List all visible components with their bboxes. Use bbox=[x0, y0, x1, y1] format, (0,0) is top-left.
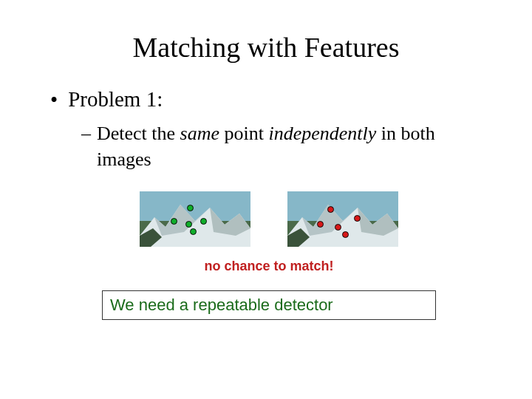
slide: Matching with Features • Problem 1: – De… bbox=[0, 31, 532, 399]
bullet-dash-icon: – bbox=[81, 120, 91, 146]
feature-point-icon bbox=[171, 218, 177, 225]
bullet-level2: – Detect the same point independently in… bbox=[50, 120, 488, 172]
mountain-left-svg bbox=[140, 191, 250, 247]
bullet2-text: Detect the same point independently in b… bbox=[97, 120, 488, 172]
b2-pre: Detect the bbox=[97, 123, 180, 144]
conclusion-box: We need a repeatable detector bbox=[102, 290, 436, 320]
feature-point-icon bbox=[187, 205, 194, 211]
feature-point-icon bbox=[354, 215, 361, 222]
b2-indep: independently bbox=[269, 123, 377, 144]
b2-same: same bbox=[180, 123, 219, 144]
feature-point-icon bbox=[335, 224, 341, 231]
mountain-image-left bbox=[140, 191, 250, 247]
feature-point-icon bbox=[317, 221, 324, 228]
feature-point-icon bbox=[185, 221, 192, 228]
bullet1-text: Problem 1: bbox=[68, 87, 163, 112]
bullet-dot-icon: • bbox=[50, 87, 58, 113]
mountain-image-right bbox=[287, 191, 398, 247]
caption-warning: no chance to match! bbox=[50, 259, 488, 274]
slide-content: • Problem 1: – Detect the same point ind… bbox=[0, 87, 532, 320]
feature-point-icon bbox=[190, 228, 197, 235]
slide-title: Matching with Features bbox=[0, 31, 532, 64]
image-pair-row bbox=[50, 191, 488, 247]
svg-rect-0 bbox=[140, 191, 250, 221]
feature-point-icon bbox=[327, 206, 334, 213]
feature-point-icon bbox=[342, 231, 349, 238]
mountain-right-svg bbox=[287, 191, 398, 247]
bullet-level1: • Problem 1: bbox=[50, 87, 488, 113]
svg-rect-6 bbox=[287, 191, 398, 221]
feature-point-icon bbox=[200, 218, 207, 225]
b2-mid: point bbox=[219, 123, 268, 144]
